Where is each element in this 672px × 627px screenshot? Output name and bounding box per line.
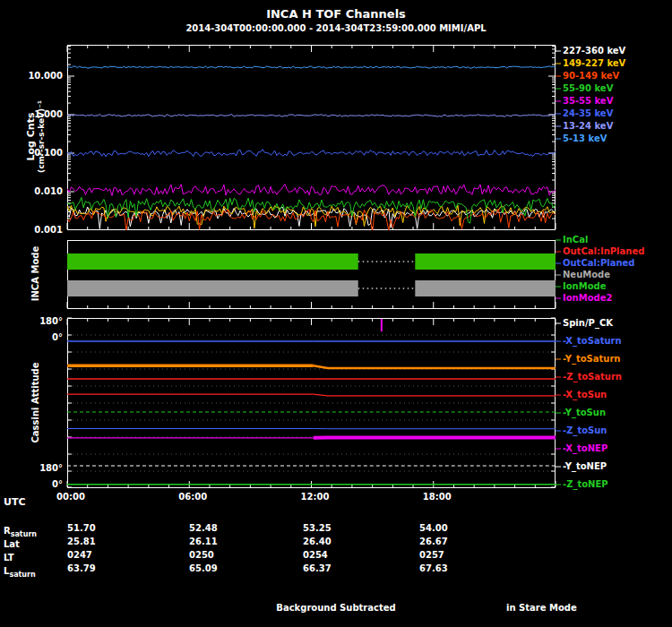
plot-canvas (0, 0, 672, 627)
ephemeris-value: 0247 (67, 550, 92, 561)
ephemeris-row-label: Rsaturn (4, 526, 37, 540)
y-axis-tick-label: 0.001 (16, 225, 63, 236)
ephemeris-value: 0250 (189, 550, 214, 561)
inca-mode-legend-label: OutCal:InPlaned (563, 246, 644, 257)
x-axis-tick-label: 12:00 (297, 492, 333, 502)
attitude-legend-label: -Z_toNEP (563, 479, 608, 490)
attitude-axis-label: 0° (25, 479, 63, 490)
inca-mode-legend-label: NeuMode (563, 270, 610, 280)
ephemeris-value: 25.81 (67, 537, 96, 547)
ephemeris-value: 63.79 (67, 563, 96, 574)
stare-mode-note: in Stare Mode (506, 603, 577, 613)
ephemeris-row-label-sub: saturn (11, 530, 37, 538)
inca-mode-legend-label: OutCal:Planed (563, 258, 634, 269)
ephemeris-row-label-sub: saturn (9, 571, 35, 579)
utc-axis-label: UTC (4, 497, 26, 508)
inca-mode-legend-label: InCal (563, 235, 588, 245)
ephemeris-value: 26.11 (189, 537, 218, 547)
inca-mode-legend-label: IonMode (563, 281, 606, 292)
inca-tof-plot-screen: INCA H TOF Channels 2014-304T00:00:00.00… (0, 0, 672, 627)
y-axis-title-cassini-attitude: Cassini Attitude (30, 336, 40, 470)
y-axis-tick-label: 0.100 (16, 148, 63, 159)
attitude-legend-label: -X_toNEP (563, 443, 607, 454)
attitude-axis-label: 180° (25, 463, 63, 474)
attitude-legend-label: Spin/P_CK (563, 318, 613, 329)
ephemeris-value: 0254 (303, 550, 328, 561)
energy-channel-label: 55-90 keV (563, 83, 613, 94)
attitude-legend-label: -Y_toNEP (563, 461, 607, 472)
ephemeris-row-label-text: LT (4, 553, 14, 563)
ephemeris-value: 0257 (419, 550, 444, 561)
x-axis-tick-label: 18:00 (419, 492, 455, 502)
attitude-legend-label: -X_toSaturn (563, 336, 622, 347)
ephemeris-row-label-text: R (4, 526, 11, 536)
attitude-legend-label: -Y_toSaturn (563, 354, 620, 365)
attitude-axis-label: 0° (25, 332, 63, 343)
ephemeris-value: 53.25 (303, 523, 332, 534)
ephemeris-value: 26.40 (303, 537, 332, 547)
y-axis-tick-label: 10.000 (16, 71, 63, 82)
ephemeris-row-label: Lsaturn (4, 566, 36, 580)
ephemeris-value: 67.63 (419, 563, 448, 574)
x-axis-tick-label: 00:00 (53, 492, 89, 502)
energy-channel-label: 5-13 keV (563, 133, 607, 144)
ephemeris-value: 66.37 (303, 563, 332, 574)
energy-channel-label: 13-24 keV (563, 121, 613, 132)
ephemeris-value: 51.70 (67, 523, 96, 534)
y-axis-tick-label: 1.000 (16, 109, 63, 120)
inca-mode-legend-label: IonMode2 (563, 293, 612, 304)
energy-channel-label: 35-55 keV (563, 96, 613, 107)
ephemeris-row-label-text: Lat (4, 539, 20, 549)
ephemeris-value: 52.48 (189, 523, 218, 534)
ephemeris-value: 65.09 (189, 563, 218, 574)
attitude-legend-label: -Z_toSun (563, 425, 607, 436)
y-axis-tick-label: 0.010 (16, 186, 63, 197)
ephemeris-value: 26.67 (419, 537, 448, 547)
energy-channel-label: 227-360 keV (563, 46, 625, 56)
ephemeris-row-label: LT (4, 553, 14, 563)
attitude-legend-label: -X_toSun (563, 390, 607, 400)
energy-channel-label: 24-35 keV (563, 108, 613, 119)
ephemeris-row-label: Lat (4, 539, 20, 550)
attitude-legend-label: -Y_toSun (563, 408, 606, 418)
ephemeris-value: 54.00 (419, 523, 448, 534)
energy-channel-label: 90-149 keV (563, 71, 619, 82)
energy-channel-label: 149-227 keV (563, 58, 625, 69)
page-title: INCA H TOF Channels (0, 7, 672, 21)
x-axis-tick-label: 06:00 (175, 492, 211, 502)
time-range-subtitle: 2014-304T00:00:00.000 - 2014-304T23:59:0… (0, 23, 672, 33)
attitude-legend-label: -Z_toSaturn (563, 372, 622, 382)
attitude-axis-label: 180° (25, 316, 63, 327)
